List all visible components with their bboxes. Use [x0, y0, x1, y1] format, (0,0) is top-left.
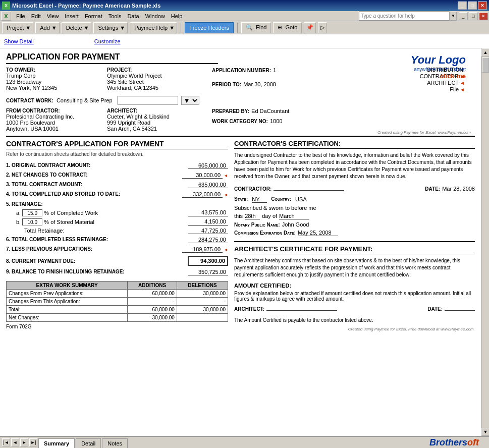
- action-bar: Show Detail Customize: [0, 34, 489, 48]
- contractor-line: [274, 190, 344, 191]
- line5c: Total Retainage: 47,725.00: [6, 227, 228, 235]
- menu-edit[interactable]: Edit: [28, 12, 44, 20]
- nav-prev-button[interactable]: ◄: [11, 438, 19, 446]
- table-row: Total: 60,000.00 30,000.00: [7, 306, 228, 314]
- freeze-headers-button[interactable]: Freeze Headers: [185, 22, 234, 33]
- logo-line2: anywhere on this sheet: [411, 67, 466, 72]
- nav-last-button[interactable]: ►|: [29, 438, 37, 446]
- extra-button[interactable]: ▷: [318, 22, 327, 33]
- project-button[interactable]: Project ▼: [2, 22, 33, 33]
- delete-button[interactable]: Delete ▼: [62, 22, 92, 33]
- line5b: b. % of Stored Material 4,150.00: [6, 217, 228, 227]
- line5a-value: 43,575.00: [188, 209, 228, 216]
- extra-r2c1: Changes From This Application:: [7, 298, 128, 306]
- menu-tools[interactable]: Tools: [105, 12, 125, 20]
- extra-r1c1: Changes From Prev Applications:: [7, 290, 128, 298]
- arch-date-field: DATE:: [427, 306, 475, 312]
- extra-col2: ADDITIONS: [128, 282, 177, 290]
- extra-col1: EXTRA WORK SUMMARY: [7, 282, 128, 290]
- architect-col: ARCHITECT: Cueter, Wright & Libskind 999…: [107, 108, 208, 132]
- line5a-pct-input[interactable]: [22, 209, 42, 216]
- extra-r1c3: 30,000.00: [177, 290, 228, 298]
- scroll-track: [481, 57, 489, 428]
- question-dropdown[interactable]: ▼: [450, 12, 457, 21]
- day-of-text: day of: [262, 213, 277, 219]
- contract-work-dropdown[interactable]: ▼: [181, 96, 199, 105]
- minimize-button[interactable]: _: [458, 2, 467, 10]
- search-icon: 🔍: [246, 24, 253, 30]
- line5b-value: 4,150.00: [188, 218, 228, 226]
- cert-text: The undersigned Contractor to the best o…: [234, 152, 475, 180]
- line5b-text: % of Stored Material: [44, 219, 94, 225]
- extra-r4c2: 30,000.00: [128, 314, 177, 322]
- cert-title: CONTRACTOR'S CERTIFICATION:: [234, 140, 475, 149]
- arch-line: [266, 310, 337, 311]
- menu-view[interactable]: View: [44, 12, 62, 20]
- menu-bar: X File Edit View Insert Format Tools Dat…: [0, 11, 489, 21]
- restore-button[interactable]: □: [468, 2, 477, 10]
- extra-work-table: EXTRA WORK SUMMARY ADDITIONS DELETIONS C…: [6, 281, 228, 322]
- this-text: this: [234, 213, 243, 219]
- close-button[interactable]: ✕: [478, 2, 487, 10]
- tab-summary[interactable]: Summary: [38, 438, 75, 449]
- menu-format[interactable]: Format: [82, 12, 105, 20]
- contractors-app-subtitle: Refer to continuation sheets attached fo…: [6, 151, 228, 157]
- scroll-thumb[interactable]: [482, 58, 489, 73]
- logo-line3: click me: [411, 72, 466, 80]
- table-row: Changes From Prev Applications: 60,000.0…: [7, 290, 228, 298]
- extra-r4c1: Net Changes:: [7, 314, 128, 322]
- scroll-up-button[interactable]: ▲: [481, 48, 489, 57]
- arch-date-row: ARCHITECT: DATE:: [234, 305, 475, 313]
- title-bar-icon: X: [2, 2, 10, 10]
- extra-r3c1: Total:: [7, 306, 128, 314]
- customize-link[interactable]: Customize: [94, 38, 121, 44]
- contractor-field: CONTRACTOR:: [234, 186, 344, 192]
- tab-notes[interactable]: Notes: [102, 438, 128, 449]
- bookmark-button[interactable]: 📌: [304, 22, 316, 33]
- nav-next-button[interactable]: ►: [20, 438, 28, 446]
- contractors-app-title: CONTRACTOR'S APPLICATION FOR PAYMENT: [6, 140, 228, 149]
- notary-row: Notary Public Name: John Good: [234, 221, 475, 228]
- logo-area[interactable]: Your Logo anywhere on this sheet click m…: [411, 53, 466, 80]
- line5b-label: b.: [16, 219, 22, 225]
- divider: [234, 241, 475, 242]
- settings-button[interactable]: Settings ▼: [93, 22, 128, 33]
- contract-work-input[interactable]: [118, 96, 178, 105]
- arrow-line7: ◄: [224, 247, 228, 252]
- project-col: PROJECT: Olympic World Project 345 Site …: [107, 67, 208, 93]
- nav-first-button[interactable]: |◄: [2, 438, 10, 446]
- menu-insert[interactable]: Insert: [62, 12, 82, 20]
- tab-detail[interactable]: Detail: [76, 438, 101, 449]
- arrow-line2: ◄: [224, 173, 228, 178]
- menu-data[interactable]: Data: [124, 12, 142, 20]
- body-grid: CONTRACTOR'S APPLICATION FOR PAYMENT Ref…: [6, 136, 475, 331]
- scroll-down-button[interactable]: ▼: [481, 428, 489, 436]
- line9: 9. BALANCE TO FINISH INCLUDING RETAINAGE…: [6, 267, 228, 277]
- menu-window[interactable]: Window: [142, 12, 168, 20]
- architects-cert: ARCHITECT'S CERTIFICATE FOR PAYMENT: The…: [234, 245, 475, 323]
- show-detail-link[interactable]: Show Detail: [4, 38, 34, 44]
- minimize-btn2[interactable]: _: [459, 12, 468, 20]
- find-button[interactable]: 🔍 Find: [241, 22, 271, 33]
- close-btn2[interactable]: ✕: [479, 12, 488, 20]
- line5b-pct-input[interactable]: [22, 218, 42, 226]
- title-bar: X Microsoft Excel - Paymee: Paymee Ameri…: [0, 0, 489, 11]
- goto-button[interactable]: ⊕ Goto: [273, 22, 302, 33]
- extra-r3c2: 60,000.00: [128, 306, 177, 314]
- line2: 2. NET CHANGES TO CONTRACT: 30,000.00 ◄: [6, 171, 228, 180]
- scrollbar: ▲ ▼: [481, 48, 489, 436]
- app-number-col: APPLICATION NUMBER: 1 PERIOD TO: Mar 30,…: [208, 67, 319, 93]
- line6: 6. TOTAL COMPLETED LESS RETAINAGE: 284,2…: [6, 235, 228, 245]
- line3: 3. TOTAL CONTRACT AMOUNT: 635,000.00: [6, 180, 228, 190]
- menu-help[interactable]: Help: [168, 12, 186, 20]
- paymee-help-button[interactable]: Paymee Help ▼: [130, 22, 177, 33]
- menu-file[interactable]: File: [13, 12, 28, 20]
- commission-value: May 25, 2008: [298, 230, 338, 236]
- excel-icon[interactable]: X: [1, 12, 11, 21]
- restore-btn2[interactable]: □: [469, 12, 478, 20]
- title-bar-text: Microsoft Excel - Paymee: Paymee America…: [12, 3, 160, 9]
- arrow-file: ◄: [460, 87, 465, 92]
- question-input[interactable]: [359, 12, 450, 21]
- add-button[interactable]: Add ▼: [35, 22, 60, 33]
- arrow-architect: ◄: [460, 80, 465, 86]
